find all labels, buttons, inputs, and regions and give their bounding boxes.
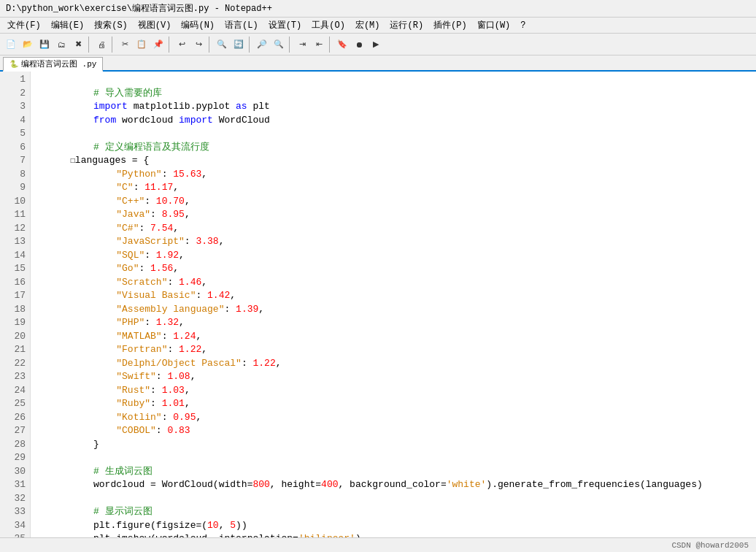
- tb-close[interactable]: ✖: [70, 37, 86, 53]
- ln-10: 10: [0, 195, 26, 209]
- tab-file-label: 编程语言词云图 .py: [21, 58, 96, 69]
- ln-9: 9: [0, 181, 26, 195]
- ln-34: 34: [0, 519, 26, 533]
- menu-file[interactable]: 文件(F): [3, 18, 45, 32]
- ln-19: 19: [0, 316, 26, 330]
- tb-save[interactable]: 💾: [36, 37, 53, 53]
- toolbar-separator-1: [88, 37, 91, 53]
- menu-settings[interactable]: 设置(T): [264, 18, 306, 32]
- ln-24: 24: [0, 384, 26, 398]
- code-comment-1: # 导入需要的库: [71, 88, 162, 99]
- toolbar-separator-3: [169, 37, 171, 53]
- toolbar-separator-5: [249, 37, 252, 53]
- kw-import-2: import: [71, 101, 128, 112]
- ln-26: 26: [0, 411, 26, 425]
- tb-replace[interactable]: 🔄: [231, 37, 247, 53]
- code-line-1: # 导入需要的库: [36, 73, 750, 87]
- ln-35: 35: [0, 532, 26, 537]
- menu-encode[interactable]: 编码(N): [177, 18, 219, 32]
- ln-30: 30: [0, 465, 26, 479]
- ln-6: 6: [0, 141, 26, 155]
- tb-copy[interactable]: 📋: [134, 37, 150, 53]
- ln-28: 28: [0, 438, 26, 452]
- ln-13: 13: [0, 235, 26, 249]
- code-line-5: # 定义编程语言及其流行度: [36, 127, 750, 141]
- ln-21: 21: [0, 343, 26, 357]
- ln-25: 25: [0, 397, 26, 411]
- ln-14: 14: [0, 249, 26, 263]
- ln-18: 18: [0, 303, 26, 317]
- tb-cut[interactable]: ✂: [117, 37, 133, 53]
- ln-3: 3: [0, 100, 26, 114]
- tab-file-icon: 🐍: [9, 60, 18, 69]
- ln-4: 4: [0, 114, 26, 128]
- tb-bookmark[interactable]: 🔖: [334, 37, 350, 53]
- ln-27: 27: [0, 424, 26, 438]
- tb-zoomout[interactable]: 🔍: [271, 37, 287, 53]
- menu-macro[interactable]: 宏(M): [351, 18, 385, 32]
- tb-macro-play[interactable]: ▶: [368, 37, 384, 53]
- ln-31: 31: [0, 478, 26, 492]
- editor-container: 1 2 3 4 5 6 7 8 9 10 11 12 13 14 15 16 1…: [0, 72, 756, 537]
- ln-1: 1: [0, 73, 26, 87]
- tb-saveall[interactable]: 🗂: [53, 37, 69, 53]
- menu-search[interactable]: 搜索(S): [90, 18, 132, 32]
- menu-window[interactable]: 窗口(W): [473, 18, 515, 32]
- ln-7: 7: [0, 154, 26, 168]
- tab-bar: 🐍 编程语言词云图 .py: [0, 55, 756, 72]
- toolbar-separator-7: [329, 37, 332, 53]
- toolbar-separator-4: [209, 37, 212, 53]
- tb-indent[interactable]: ⇥: [294, 37, 310, 53]
- code-comment-29: # 生成词云图: [71, 466, 153, 477]
- tb-new[interactable]: 📄: [3, 37, 19, 53]
- toolbar-separator-2: [112, 37, 115, 53]
- tb-macro-record[interactable]: ⏺: [351, 37, 367, 53]
- menu-lang[interactable]: 语言(L): [220, 18, 263, 32]
- menu-help[interactable]: ?: [516, 20, 530, 31]
- code-comment-32: # 显示词云图: [71, 506, 153, 517]
- ln-5: 5: [0, 127, 26, 141]
- title-text: D:\python_work\exercise\编程语言词云图.py - Not…: [6, 2, 272, 15]
- ln-12: 12: [0, 222, 26, 236]
- ln-32: 32: [0, 492, 26, 506]
- ln-22: 22: [0, 357, 26, 371]
- ln-17: 17: [0, 289, 26, 303]
- tb-paste[interactable]: 📌: [150, 37, 166, 53]
- tb-undo[interactable]: ↩: [174, 37, 190, 53]
- ln-2: 2: [0, 87, 26, 101]
- ln-20: 20: [0, 330, 26, 344]
- tb-outdent[interactable]: ⇤: [311, 37, 327, 53]
- code-line-28: [36, 438, 750, 452]
- tb-redo[interactable]: ↪: [190, 37, 207, 53]
- menu-bar: 文件(F) 编辑(E) 搜索(S) 视图(V) 编码(N) 语言(L) 设置(T…: [0, 18, 756, 34]
- tb-zoomin[interactable]: 🔎: [254, 37, 270, 53]
- title-bar: D:\python_work\exercise\编程语言词云图.py - Not…: [0, 0, 756, 18]
- code-line-32: # 显示词云图: [36, 492, 750, 506]
- ln-23: 23: [0, 370, 26, 384]
- code-comment-5: # 定义编程语言及其流行度: [71, 142, 209, 153]
- ln-11: 11: [0, 208, 26, 222]
- tab-file[interactable]: 🐍 编程语言词云图 .py: [3, 57, 103, 72]
- line-numbers: 1 2 3 4 5 6 7 8 9 10 11 12 13 14 15 16 1…: [0, 72, 31, 537]
- ln-15: 15: [0, 262, 26, 276]
- menu-view[interactable]: 视图(V): [134, 18, 176, 32]
- status-bar: CSDN @howard2005: [0, 537, 756, 552]
- tb-print[interactable]: 🖨: [93, 37, 109, 53]
- menu-run[interactable]: 运行(R): [385, 18, 428, 32]
- menu-tools[interactable]: 工具(O): [307, 18, 350, 32]
- tb-find[interactable]: 🔍: [214, 37, 230, 53]
- menu-edit[interactable]: 编辑(E): [47, 18, 89, 32]
- ln-33: 33: [0, 505, 26, 519]
- ln-8: 8: [0, 168, 26, 182]
- toolbar-separator-6: [289, 37, 292, 53]
- kw-from-3: from: [71, 115, 116, 126]
- menu-plugins[interactable]: 插件(P): [429, 18, 471, 32]
- code-editor[interactable]: # 导入需要的库 import matplotlib.pyplot as plt…: [31, 72, 756, 537]
- toolbar: 📄 📂 💾 🗂 ✖ 🖨 ✂ 📋 📌 ↩ ↪ 🔍 🔄 🔎 🔍 ⇥ ⇤ 🔖 ⏺ ▶: [0, 34, 756, 55]
- tb-open[interactable]: 📂: [20, 37, 36, 53]
- status-text: CSDN @howard2005: [671, 541, 749, 550]
- code-line-29: # 生成词云图: [36, 451, 750, 465]
- ln-29: 29: [0, 451, 26, 465]
- ln-16: 16: [0, 276, 26, 290]
